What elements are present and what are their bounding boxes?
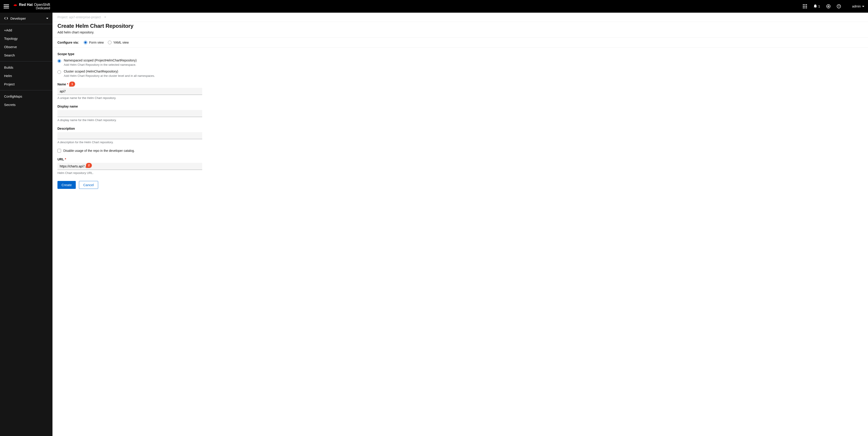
svg-rect-5: [804, 6, 805, 7]
scope-option-cluster[interactable]: Cluster scoped (HelmChartRepository) Add…: [57, 70, 255, 77]
project-selector[interactable]: Project: api7-enterprise-project: [53, 13, 868, 22]
scope-description: Add Helm Chart Repository in the selecte…: [64, 63, 136, 66]
scope-type-label: Scope type: [57, 52, 255, 56]
url-label: URL: [57, 158, 64, 161]
perspective-label: Developer: [10, 16, 44, 20]
radio-label: Form view: [89, 41, 104, 44]
product-name: OpenShift: [34, 3, 50, 6]
brand-name: Red Hat: [19, 3, 33, 6]
sidebar-item-search[interactable]: Search: [0, 51, 53, 59]
product-logo: Red Hat OpenShift Dedicated: [13, 3, 50, 10]
add-icon[interactable]: [827, 4, 831, 8]
hamburger-menu-icon[interactable]: [4, 4, 9, 9]
displayname-input[interactable]: [57, 110, 202, 117]
url-input[interactable]: [57, 163, 202, 170]
user-menu[interactable]: admin: [852, 4, 864, 8]
perspective-switcher[interactable]: Developer: [0, 13, 53, 24]
top-masthead: Red Hat OpenShift Dedicated 1 ? admin: [0, 0, 868, 13]
configure-label: Configure via:: [57, 41, 79, 44]
description-label: Description: [57, 127, 75, 130]
svg-rect-3: [806, 4, 807, 5]
name-label: Name: [57, 82, 66, 86]
scope-option-namespaced[interactable]: Namespaced scoped (ProjectHelmChartRepos…: [57, 59, 255, 66]
help-icon[interactable]: ?: [837, 4, 841, 8]
svg-rect-9: [806, 7, 807, 8]
bell-icon: [813, 4, 817, 8]
disable-repo-checkbox[interactable]: [57, 149, 61, 153]
sidebar-nav: Developer +Add Topology Observe Search B…: [0, 13, 53, 436]
sidebar-item-helm[interactable]: Helm: [0, 72, 53, 80]
radio-cluster[interactable]: [57, 70, 61, 74]
create-button[interactable]: Create: [57, 181, 76, 189]
description-input[interactable]: [57, 132, 202, 139]
username: admin: [852, 4, 861, 8]
scope-title: Namespaced scoped (ProjectHelmChartRepos…: [64, 59, 136, 62]
page-title: Create Helm Chart Repository: [57, 23, 863, 29]
project-label: Project: api7-enterprise-project: [57, 15, 101, 19]
svg-rect-6: [806, 6, 807, 7]
required-asterisk: *: [65, 158, 66, 161]
code-icon: [4, 16, 8, 20]
sidebar-item-add[interactable]: +Add: [0, 26, 53, 34]
displayname-label: Display name: [57, 105, 78, 108]
main-content: Project: api7-enterprise-project Create …: [53, 13, 868, 436]
sidebar-item-secrets[interactable]: Secrets: [0, 101, 53, 109]
subproduct-name: Dedicated: [19, 6, 50, 10]
sidebar-item-configmaps[interactable]: ConfigMaps: [0, 92, 53, 101]
disable-repo-label: Disable usage of the repo in the develop…: [63, 149, 135, 153]
configure-option-form[interactable]: Form view: [84, 41, 104, 44]
url-help: Helm Chart repository URL.: [57, 171, 255, 175]
displayname-help: A display name for the Helm Chart reposi…: [57, 119, 255, 122]
description-help: A description for the Helm Chart reposit…: [57, 140, 255, 144]
svg-rect-12: [827, 6, 830, 6]
sidebar-item-builds[interactable]: Builds: [0, 63, 53, 72]
scope-title: Cluster scoped (HelmChartRepository): [64, 70, 155, 73]
cancel-button[interactable]: Cancel: [79, 181, 98, 189]
apps-grid-icon[interactable]: [803, 4, 807, 8]
svg-rect-7: [803, 7, 804, 8]
radio-form-view[interactable]: [84, 41, 87, 44]
configure-via-bar: Configure via: Form view YAML view: [53, 37, 868, 48]
svg-rect-4: [803, 6, 804, 7]
sidebar-item-topology[interactable]: Topology: [0, 34, 53, 43]
notifications-button[interactable]: 1: [813, 4, 820, 8]
name-input[interactable]: [57, 88, 202, 95]
topbar-actions: 1 ?: [803, 4, 841, 8]
configure-option-yaml[interactable]: YAML view: [108, 41, 129, 44]
radio-label: YAML view: [113, 41, 129, 44]
notification-count: 1: [818, 4, 820, 8]
redhat-fedora-icon: [13, 3, 18, 8]
svg-rect-1: [803, 4, 804, 5]
scope-description: Add Helm Chart Repository at the cluster…: [64, 74, 155, 77]
page-subtitle: Add helm chart repository.: [57, 31, 863, 34]
caret-down-icon: [862, 6, 864, 7]
required-asterisk: *: [67, 82, 68, 86]
caret-down-icon: [104, 17, 106, 18]
caret-down-icon: [46, 18, 49, 19]
name-help: A unique name for the Helm Chart reposit…: [57, 96, 255, 100]
sidebar-item-observe[interactable]: Observe: [0, 43, 53, 51]
svg-text:?: ?: [838, 5, 839, 8]
svg-rect-2: [804, 4, 805, 5]
radio-namespaced[interactable]: [57, 59, 61, 63]
radio-yaml-view[interactable]: [108, 41, 112, 44]
sidebar-item-project[interactable]: Project: [0, 80, 53, 88]
svg-rect-8: [804, 7, 805, 8]
